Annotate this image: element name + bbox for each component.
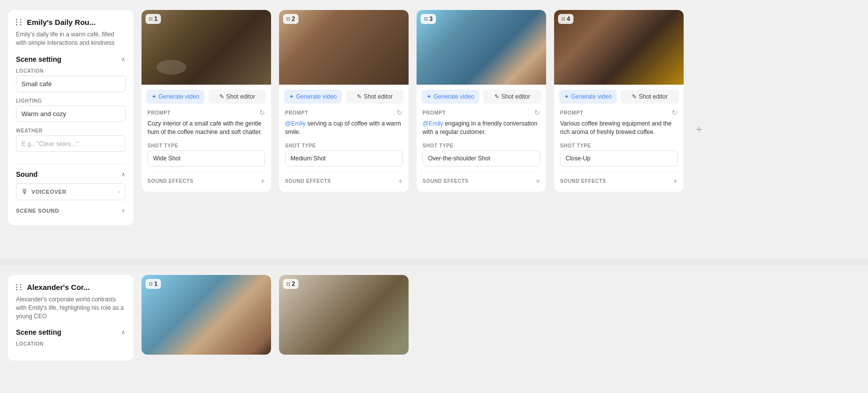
card2-sound-effects-add-icon[interactable]: +: [398, 177, 403, 186]
card1-prompt-label: PROMPT: [147, 110, 170, 116]
main-container: Emily's Daily Rou... Emily's daily life …: [0, 0, 868, 375]
scene2-shot-card-1: 1: [142, 275, 271, 355]
card3-refresh-icon[interactable]: ↻: [534, 109, 540, 117]
card2-actions: ✦ Generate video ✎ Shot editor: [279, 85, 409, 104]
scene-separator: [0, 259, 868, 265]
card3-shot-type-label: SHOT TYPE: [423, 143, 540, 148]
shot-card-2: 2 ✦ Generate video ✎ Shot editor PROMP: [279, 10, 409, 192]
card4-generate-button[interactable]: ✦ Generate video: [559, 90, 617, 104]
card3-shot-editor-button[interactable]: ✎ Shot editor: [483, 90, 541, 104]
generate-spark-icon: ✦: [151, 93, 156, 100]
card4-content: PROMPT ↻ Various coffee brewing equipmen…: [554, 104, 684, 192]
weather-label: WEATHER: [16, 128, 126, 133]
card4-generate-label: Generate video: [571, 93, 612, 100]
card2-image: 2: [279, 10, 409, 85]
card2-shot-editor-button[interactable]: ✎ Shot editor: [346, 90, 404, 104]
card1-badge: 1: [145, 14, 161, 24]
sound-section-title: Sound: [16, 170, 38, 178]
scene-sound-add-icon[interactable]: +: [121, 206, 126, 215]
card4-sound-effects-row: SOUND EFFECTS +: [560, 172, 678, 186]
shot-editor-edit-icon: ✎: [219, 93, 224, 100]
generate-spark-icon-4: ✦: [564, 93, 569, 100]
scene2-badge1-dots: [149, 282, 152, 286]
card1-sound-effects-row: SOUND EFFECTS +: [147, 172, 265, 186]
scene-setting-title: Scene setting: [16, 55, 61, 63]
card3-prompt-label: PROMPT: [423, 110, 445, 116]
badge3-dots: [424, 17, 428, 21]
card1-sound-effects-add-icon[interactable]: +: [261, 177, 265, 186]
scene-setting-section: Scene setting ∧ LOCATION LIGHTING WEATHE…: [16, 55, 126, 158]
scene1-cards-area: 1 ✦ Generate video ✎ Shot editor PROMP: [142, 10, 860, 249]
card4-number: 4: [567, 15, 571, 22]
sound-section-header[interactable]: Sound ∧: [16, 170, 126, 178]
shot-card-3: 3 ✦ Generate video ✎ Shot editor PROMP: [417, 10, 546, 192]
card2-refresh-icon[interactable]: ↻: [397, 109, 403, 117]
scene2-row: Alexander's Cor... Alexander's corporate…: [0, 265, 868, 375]
card1-prompt-header: PROMPT ↻: [147, 109, 265, 117]
lighting-label: LIGHTING: [16, 98, 126, 104]
weather-input[interactable]: [16, 135, 126, 152]
scene2-setting-header[interactable]: Scene setting ∧: [16, 328, 126, 336]
card1-shot-editor-button[interactable]: ✎ Shot editor: [208, 90, 266, 104]
card3-image: 3: [417, 10, 546, 85]
card1-refresh-icon[interactable]: ↻: [259, 109, 265, 117]
scene-sound-label: SCENE SOUND: [16, 208, 59, 214]
scene2-sidebar: Alexander's Cor... Alexander's corporate…: [8, 275, 134, 361]
lighting-input[interactable]: [16, 106, 126, 122]
scene2-cards-area: 1 2: [142, 275, 860, 365]
scene2-shot-card-2: 2: [279, 275, 409, 355]
card4-sound-effects-label: SOUND EFFECTS: [560, 178, 606, 184]
location-input[interactable]: [16, 76, 126, 92]
sound-chevron: ∧: [121, 171, 126, 178]
card3-generate-button[interactable]: ✦ Generate video: [422, 90, 479, 104]
card3-sound-effects-add-icon[interactable]: +: [536, 177, 540, 186]
card2-generate-label: Generate video: [296, 93, 337, 100]
sidebar1-title-row: Emily's Daily Rou...: [16, 18, 126, 26]
card2-badge: 2: [283, 14, 298, 24]
scene2-setting-chevron: ∧: [121, 329, 126, 336]
card2-prompt-text: @Emily serving a cup of coffee with a wa…: [285, 120, 403, 137]
card4-shot-editor-button[interactable]: ✎ Shot editor: [621, 90, 679, 104]
card1-prompt-text: Cozy interior of a small café with the g…: [147, 120, 265, 137]
card2-shot-type-label: SHOT TYPE: [285, 143, 403, 148]
card4-shot-type-value: Close-Up: [560, 150, 678, 166]
voiceover-row[interactable]: 🎙 VOICEOVER ›: [16, 183, 126, 200]
card1-sound-effects-label: SOUND EFFECTS: [147, 178, 193, 184]
card4-image: 4: [554, 10, 684, 85]
card3-generate-label: Generate video: [434, 93, 474, 100]
card3-shot-type-value: Over-the-shoulder Shot: [423, 150, 540, 166]
card1-number: 1: [154, 15, 158, 22]
card4-shot-editor-label: Shot editor: [639, 93, 668, 100]
sidebar2-title-row: Alexander's Cor...: [16, 283, 126, 291]
add-card-button[interactable]: +: [692, 122, 707, 137]
scene2-description: Alexander's corporate world contrasts wi…: [16, 295, 126, 320]
card2-generate-button[interactable]: ✦ Generate video: [284, 90, 342, 104]
scene2-location-label: LOCATION: [16, 341, 126, 347]
card2-mention: @Emily: [285, 120, 306, 127]
shot-editor-edit-icon-3: ✎: [494, 93, 499, 100]
scene1-description: Emily's daily life in a warm café, fille…: [16, 30, 126, 47]
scene2-setting-section: Scene setting ∧ LOCATION: [16, 328, 126, 347]
card1-shot-type-value: Wide Shot: [147, 150, 265, 166]
card1-content: PROMPT ↻ Cozy interior of a small café w…: [142, 104, 271, 192]
card2-number: 2: [292, 15, 295, 22]
generate-spark-icon-2: ✦: [289, 93, 294, 100]
card3-prompt-text: @Emily engaging in a friendly conversati…: [423, 120, 540, 137]
badge4-dots: [562, 17, 565, 21]
card3-content: PROMPT ↻ @Emily engaging in a friendly c…: [417, 104, 546, 192]
scene2-badge2-dots: [287, 282, 290, 286]
card3-number: 3: [430, 15, 433, 22]
card1-shot-editor-label: Shot editor: [226, 93, 255, 100]
card4-sound-effects-add-icon[interactable]: +: [673, 177, 678, 186]
card2-content: PROMPT ↻ @Emily serving a cup of coffee …: [279, 104, 409, 192]
scene-sound-row: SCENE SOUND +: [16, 204, 126, 217]
location-label: LOCATION: [16, 68, 126, 74]
card3-shot-editor-label: Shot editor: [501, 93, 530, 100]
card4-refresh-icon[interactable]: ↻: [672, 109, 678, 117]
scene2-title: Alexander's Cor...: [27, 283, 90, 291]
card1-generate-button[interactable]: ✦ Generate video: [146, 90, 204, 104]
card2-prompt-label: PROMPT: [285, 110, 308, 116]
card4-actions: ✦ Generate video ✎ Shot editor: [554, 85, 684, 104]
scene-setting-header[interactable]: Scene setting ∧: [16, 55, 126, 63]
scene1-row: Emily's Daily Rou... Emily's daily life …: [0, 0, 868, 259]
